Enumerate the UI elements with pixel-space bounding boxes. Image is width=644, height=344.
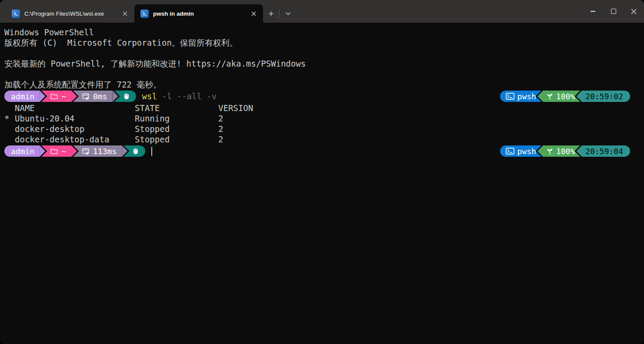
divider [279,9,280,18]
time-label: 20:59:02 [585,92,623,101]
user-segment: admin [4,91,40,102]
battery-label: 100% [556,147,575,156]
duration-segment: 0ms [73,91,113,102]
tab-pwsh-admin[interactable]: pwsh in admin [134,4,263,23]
battery-label: 100% [556,92,575,101]
time-segment: 20:59:04 [576,145,630,157]
shell-segment: pwsh [500,145,541,157]
folder-icon [50,93,58,100]
banner-line: 版权所有 (C) Microsoft Corporation。保留所有权利。 [4,37,644,48]
minimize-icon [591,11,595,11]
tab-strip: C:\Program Files\WSL\wsl.exe pwsh in adm… [0,4,263,23]
cwd-segment: ~ [41,145,71,157]
powershell-icon [140,10,149,18]
distro-version: 2 [218,134,223,145]
text-cursor [151,147,152,156]
prompt-left: admin ~ 113ms [4,145,152,157]
banner-line [4,48,644,58]
distro-state: Stopped [135,134,218,145]
table-row: docker-desktop-data Stopped 2 [4,134,644,145]
prompt-line-1: admin ~ 0ms wsl -l --all -v [4,90,644,103]
shell-label: pwsh [517,147,536,156]
maximize-icon [611,9,616,14]
distro-state: Running [135,113,218,124]
battery-segment: 100% [537,145,580,157]
command-text: wsl [142,91,157,101]
folder-icon [50,148,58,155]
user-segment: admin [4,145,40,157]
tab-bar-actions [264,4,295,23]
command-line: wsl -l --all -v [142,91,217,101]
marker-header [4,103,15,113]
shell-label: pwsh [517,92,536,101]
shell-segment: pwsh [500,91,541,102]
hand-icon [132,148,139,155]
state-header: STATE [135,103,218,113]
command-args: -l --all -v [162,91,217,101]
cwd-segment: ~ [41,91,71,102]
version-header: VERSION [218,103,253,113]
default-marker [4,134,15,145]
window-controls [583,0,644,23]
prompt-right: pwsh 100% 20:59:02 [500,91,644,102]
table-header-row: NAME STATE VERSION [4,103,644,113]
maximize-button[interactable] [603,0,624,23]
close-tab-icon[interactable] [247,7,260,20]
duration-segment: 113ms [73,145,122,157]
time-label: 20:59:04 [585,147,623,156]
distro-name: Ubuntu-20.04 [15,113,135,124]
name-header: NAME [15,103,135,113]
seedling-icon [546,148,554,155]
user-label: admin [11,92,34,101]
close-icon [631,9,637,14]
cwd-label: ~ [61,147,66,156]
seedling-icon [546,93,554,100]
distro-name: docker-desktop-data [15,134,135,145]
banner-line: 安装最新的 PowerShell, 了解新功能和改进! https://aka.… [4,58,644,69]
duration-label: 0ms [93,92,107,101]
tab-title: pwsh in admin [153,10,242,17]
distro-version: 2 [218,124,223,134]
battery-segment: 100% [537,91,580,102]
prompt-left: admin ~ 0ms wsl -l --all -v [4,91,217,102]
prompt-line-2: admin ~ 113ms [4,145,644,158]
duration-label: 113ms [93,147,117,156]
distro-state: Stopped [135,124,218,134]
terminal-prompt-icon [506,148,514,155]
tab-title: C:\Program Files\WSL\wsl.exe [24,10,113,17]
table-row: docker-desktop Stopped 2 [4,124,644,134]
terminal-window: C:\Program Files\WSL\wsl.exe pwsh in adm… [0,0,644,344]
tab-bar: C:\Program Files\WSL\wsl.exe pwsh in adm… [0,0,644,23]
cwd-label: ~ [61,92,66,101]
default-marker [4,124,15,134]
distro-name: docker-desktop [15,124,135,134]
banner-line [4,69,644,79]
close-button[interactable] [624,0,644,23]
execution-time-icon [82,148,90,155]
new-tab-button[interactable] [264,7,278,20]
distro-version: 2 [218,113,223,124]
table-row: * Ubuntu-20.04 Running 2 [4,113,644,124]
hand-icon [123,93,130,100]
powershell-icon [12,10,20,18]
tab-dropdown-button[interactable] [281,7,295,20]
tab-wsl[interactable]: C:\Program Files\WSL\wsl.exe [6,4,134,23]
banner-line: 加载个人及系统配置文件用了 722 毫秒。 [4,79,644,90]
prompt-right: pwsh 100% 20:59:04 [500,145,644,157]
execution-time-icon [82,93,90,100]
close-tab-icon[interactable] [118,7,132,20]
time-segment: 20:59:02 [576,91,630,102]
user-label: admin [11,147,34,156]
minimize-button[interactable] [583,0,603,23]
default-marker: * [4,113,15,124]
terminal-content[interactable]: Windows PowerShell 版权所有 (C) Microsoft Co… [0,23,644,158]
terminal-prompt-icon [506,93,514,100]
banner-line: Windows PowerShell [4,27,644,37]
